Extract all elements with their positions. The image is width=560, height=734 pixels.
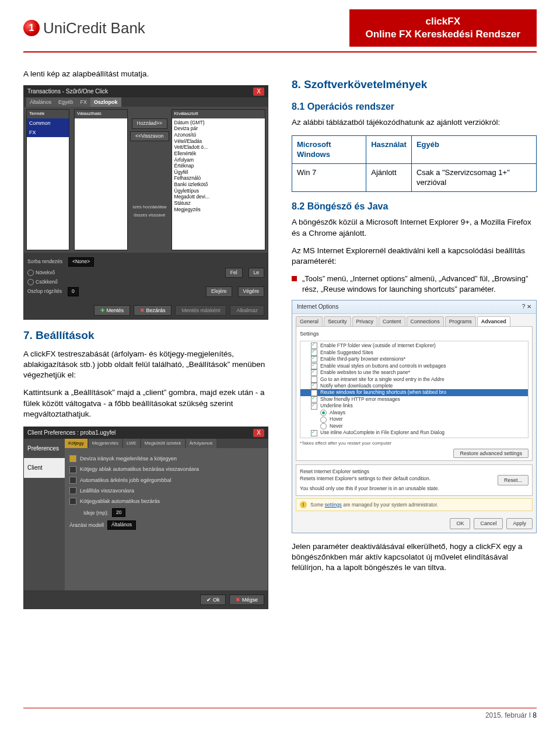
title-line-1: clickFX <box>366 15 521 28</box>
ie-tab-programs[interactable]: Programs <box>445 316 476 326</box>
ie-tab-advanced[interactable]: Advanced <box>477 316 510 326</box>
tab-fx[interactable]: FX <box>77 97 91 107</box>
heading-8: 8. Szoftverkövetelmények <box>292 77 537 92</box>
model-label: Árazási modell <box>69 522 104 529</box>
ie-chk[interactable] <box>311 396 317 403</box>
btn-alkalmaz[interactable]: Alkalmaz <box>230 305 264 316</box>
intro-text: A lenti kép az alapbeállítást mutatja. <box>23 69 268 79</box>
btn-elejere[interactable]: Elejére <box>206 286 232 296</box>
chk-kotjegyablak-auto[interactable] <box>69 498 76 505</box>
ie-help-icon[interactable]: ? ✕ <box>522 303 531 311</box>
tab-oszlopok[interactable]: Oszlopok <box>90 97 121 107</box>
tab-egyeb[interactable]: Egyéb <box>55 97 77 107</box>
btn-mentes[interactable]: Mentés <box>94 305 130 316</box>
ie-radio-never[interactable] <box>320 423 327 429</box>
termek-common[interactable]: Common <box>27 118 69 128</box>
ie-radio-hover[interactable] <box>320 417 327 423</box>
os-td-1: Win 7 <box>292 163 366 191</box>
side-preferences[interactable]: Preferences <box>24 439 65 459</box>
btn-mentes-maskent[interactable]: Mentés másként <box>175 305 226 316</box>
radio-asc[interactable] <box>27 270 34 276</box>
para-7a: A clickFX testreszabását (árfolyam- és k… <box>23 349 268 381</box>
remove-all-link[interactable]: összes visszavé <box>134 212 165 218</box>
chk-leallitas[interactable] <box>69 487 76 494</box>
termek-fx[interactable]: FX <box>27 128 69 137</box>
btn-ok[interactable]: ✔ Ok <box>200 595 226 605</box>
ie-reset-button[interactable]: Reset... <box>498 475 528 485</box>
ie-title: Internet Options <box>297 303 338 311</box>
heading-7: 7. Beállítások <box>23 328 268 343</box>
ie-apply-button[interactable]: Apply <box>506 518 533 529</box>
tab-megkotott[interactable]: Megkötött üzletek <box>141 439 185 449</box>
para-after-ie: Jelen paraméter deaktiválásával elkerülh… <box>292 541 537 574</box>
para-7b: Kattintsunk a „Beállítások” majd a „clie… <box>23 387 268 420</box>
tab-arfolyamok[interactable]: Árfolyamok <box>186 439 216 449</box>
bullet-item: „Tools” menü, „Internet options” almenü,… <box>292 274 537 294</box>
screenshot-internet-options: Internet Options ? ✕ General Security Pr… <box>292 300 537 533</box>
ie-tab-security[interactable]: Security <box>324 316 351 326</box>
ie-reset-hdr: Reset Internet Explorer settings <box>300 469 439 475</box>
tab-kotjegy[interactable]: Kötjegy <box>65 439 88 449</box>
para-8-1: Az alábbi táblázatból tájékozódhatunk az… <box>292 117 537 128</box>
ie-tab-privacy[interactable]: Privacy <box>352 316 378 326</box>
ie-chk[interactable] <box>311 349 317 356</box>
btn-vegere[interactable]: Végére <box>238 286 264 296</box>
header-rule <box>23 51 537 53</box>
btn-le[interactable]: Le <box>249 268 264 278</box>
tab-altalanos[interactable]: Általános <box>26 97 55 107</box>
ie-chk[interactable] <box>311 383 317 389</box>
ie-tab-general[interactable]: General <box>296 316 323 326</box>
ie-chk[interactable] <box>311 363 317 369</box>
para-8-2b: Az MS Internet Explorernél deaktiválni k… <box>292 246 537 267</box>
btn-fel[interactable]: Fel <box>225 268 243 278</box>
chk-auto-arkeres[interactable] <box>69 477 76 484</box>
ie-chk[interactable] <box>311 430 317 436</box>
ie-radio-always[interactable] <box>320 410 327 416</box>
ie-group-settings: Settings <box>300 330 528 337</box>
ie-reset-txt: Resets Internet Explorer's settings to t… <box>300 476 439 482</box>
screenshot-client-preferences: Client Preferences : proba1.ugyfel X Pre… <box>23 427 268 609</box>
col-termek-hdr: Termék <box>27 110 69 118</box>
warning-icon: ! <box>300 501 307 508</box>
add-all-link[interactable]: szes hozzáadása <box>132 204 166 210</box>
shot1-tabs: Általános Egyéb FX Oszlopok <box>24 97 268 107</box>
tab-lwe[interactable]: LWE <box>123 439 140 449</box>
os-table: Microsoft Windows Használat Egyéb Win 7 … <box>292 135 537 192</box>
fix-value[interactable]: 0 <box>68 287 79 296</box>
chk-deviza-iranyok[interactable] <box>69 455 76 462</box>
ie-chk-reuse-windows[interactable] <box>311 390 317 396</box>
para-8-2a: A böngészők közül a Microsoft Internet E… <box>292 217 537 238</box>
radio-desc[interactable] <box>27 279 34 285</box>
add-button[interactable]: Hozzáad>> <box>132 118 167 128</box>
remove-button[interactable]: <<Visszavon <box>130 131 169 141</box>
close-icon[interactable]: X <box>253 88 264 96</box>
heading-8-1: 8.1 Operációs rendszer <box>292 100 537 113</box>
tab-megjelenites[interactable]: Megjelenítés <box>89 439 122 449</box>
btn-bezaras[interactable]: Bezárás <box>134 305 172 316</box>
chk-auto-bezaras[interactable] <box>69 466 76 473</box>
os-th-2: Használat <box>366 135 412 163</box>
ie-cancel-button[interactable]: Cancel <box>474 518 503 529</box>
fix-label: Oszlop rögzítés <box>27 288 62 295</box>
shot1-title: Transactions - Szűrő/One Click <box>27 88 108 96</box>
col-valaszthato-hdr: Választható <box>75 110 127 118</box>
side-client[interactable]: Client <box>24 458 65 478</box>
close-icon[interactable]: X <box>253 429 264 437</box>
ie-chk[interactable] <box>311 403 317 410</box>
footer-date: 2015. február <box>485 711 527 719</box>
model-select[interactable]: Általános <box>107 520 136 529</box>
os-td-2: Ajánlott <box>366 163 412 191</box>
ie-tab-connections[interactable]: Connections <box>407 316 444 326</box>
ie-restore-button[interactable]: Restore advanced settings <box>453 449 528 458</box>
ie-chk[interactable] <box>311 369 317 376</box>
sort-label: Sorba rendezés <box>27 258 62 265</box>
ie-chk[interactable] <box>311 376 317 383</box>
btn-megse[interactable]: Mégse <box>229 595 264 605</box>
ie-chk[interactable] <box>311 356 317 362</box>
ie-chk[interactable] <box>311 342 317 349</box>
sort-select[interactable]: <None> <box>68 257 94 266</box>
time-value[interactable]: 20 <box>112 508 125 517</box>
ie-tab-content[interactable]: Content <box>379 316 405 326</box>
brand-logo: UniCredit Bank <box>23 18 145 39</box>
ie-ok-button[interactable]: OK <box>450 518 470 529</box>
